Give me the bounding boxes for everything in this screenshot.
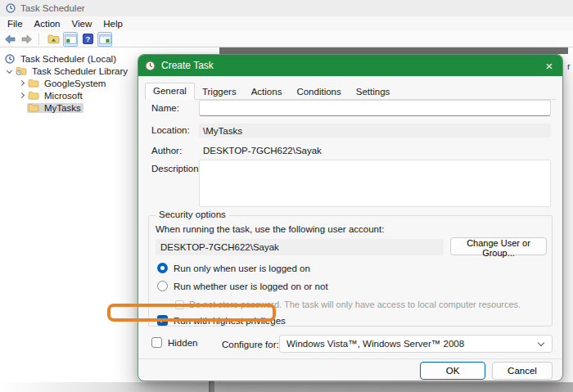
bottom-pane-divider: [209, 381, 214, 392]
dialog-title: Create Task: [161, 60, 214, 71]
chevron-right-icon[interactable]: [16, 93, 27, 97]
checkbox-disabled-icon: [175, 300, 184, 309]
chevron-right-icon[interactable]: [16, 81, 27, 85]
checkbox-hidden[interactable]: Hidden: [151, 337, 197, 348]
tree-item-label: Task Scheduler (Local): [18, 54, 119, 64]
author-label: Author:: [151, 146, 182, 155]
tab-settings[interactable]: Settings: [349, 84, 398, 100]
clock-icon: [3, 54, 16, 64]
tab-triggers[interactable]: Triggers: [195, 84, 244, 100]
window-titlebar: Task Scheduler: [0, 0, 573, 16]
action-pane-toggle-button[interactable]: [97, 32, 112, 47]
location-label: Location:: [151, 125, 190, 135]
security-options-group: Security options When running the task, …: [148, 215, 553, 327]
svg-text:?: ?: [85, 34, 90, 43]
tree-item-label: MyTasks: [42, 103, 83, 113]
security-options-label: Security options: [156, 210, 229, 219]
folder-icon: [27, 79, 39, 88]
folder-icon: [27, 103, 39, 112]
configure-for-dropdown[interactable]: Windows Vista™, Windows Server™ 2008: [279, 335, 553, 353]
console-tree-toggle-button[interactable]: [63, 32, 78, 47]
checkbox-run-highest-privileges[interactable]: ✓ Run with highest privileges: [157, 315, 286, 326]
description-label: Description:: [151, 164, 201, 173]
back-icon: [4, 34, 16, 44]
back-button[interactable]: [2, 32, 17, 47]
chevron-down-icon[interactable]: [4, 69, 15, 73]
radio-selected-icon[interactable]: [157, 263, 168, 273]
results-pane-top-edge: [219, 47, 568, 54]
create-task-clock-icon: [145, 61, 156, 71]
menu-help[interactable]: Help: [103, 17, 123, 30]
footer-divider: [138, 358, 562, 359]
toolbar-separator: [38, 34, 39, 45]
radio-run-whether-logged-on[interactable]: Run whether user is logged on or not: [157, 281, 328, 291]
configure-for-value: Windows Vista™, Windows Server™ 2008: [286, 339, 464, 349]
tab-conditions[interactable]: Conditions: [289, 84, 348, 100]
radio-unselected-icon[interactable]: [157, 281, 168, 291]
folder-clock-icon: [15, 66, 27, 75]
action-pane-icon: [99, 34, 111, 44]
account-value: DESKTOP-7GCH622\Sayak: [156, 239, 444, 255]
task-scheduler-clock-icon: [6, 3, 16, 13]
tab-general[interactable]: General: [145, 83, 195, 100]
name-input[interactable]: [199, 100, 551, 116]
dialog-tabs: General Triggers Actions Conditions Sett…: [145, 82, 556, 100]
author-value: DESKTOP-7GCH622\Sayak: [203, 146, 322, 155]
checkbox-do-not-store-password: Do not store password. The task will onl…: [175, 300, 521, 309]
tab-actions[interactable]: Actions: [244, 84, 290, 100]
task-scheduler-window: Task Scheduler File Action View Help: [0, 0, 573, 392]
toolbar: ?: [0, 31, 573, 47]
ok-button[interactable]: OK: [420, 362, 485, 380]
menu-file[interactable]: File: [7, 17, 23, 30]
dialog-titlebar[interactable]: Create Task ×: [138, 55, 562, 76]
background-text-fragment: r: [567, 61, 571, 71]
create-task-dialog: Create Task × General Triggers Actions C…: [138, 54, 563, 381]
chevron-down-icon: [538, 340, 544, 346]
help-button[interactable]: ?: [80, 32, 95, 47]
tree-item-label: Microsoft: [42, 91, 85, 101]
menu-view[interactable]: View: [72, 17, 92, 30]
name-label: Name:: [151, 103, 179, 113]
tree-item-label: Task Scheduler Library: [29, 66, 130, 76]
folder-icon: [27, 91, 39, 100]
window-title: Task Scheduler: [20, 3, 85, 13]
radio-run-only-logged-on[interactable]: Run only when user is logged on: [157, 263, 310, 273]
menu-action[interactable]: Action: [34, 17, 61, 30]
tree-item-label: GoogleSystem: [42, 79, 108, 88]
forward-button[interactable]: [20, 32, 34, 47]
up-one-level-button[interactable]: [46, 32, 61, 47]
account-prompt: When running the task, use the following…: [156, 224, 384, 234]
checkbox-checked-icon[interactable]: ✓: [157, 315, 168, 326]
console-tree-icon: [65, 34, 77, 44]
change-user-or-group-button[interactable]: Change User or Group...: [450, 237, 547, 255]
checkbox-unchecked-icon[interactable]: [151, 337, 162, 348]
cancel-button[interactable]: Cancel: [492, 362, 553, 380]
help-icon: ?: [83, 34, 93, 44]
menu-bar: File Action View Help: [0, 16, 573, 31]
description-input[interactable]: [199, 160, 551, 207]
bottom-pane-strip: [0, 382, 573, 392]
location-value: \MyTasks: [199, 124, 551, 137]
folder-up-icon: [47, 34, 60, 44]
close-icon[interactable]: ×: [536, 55, 562, 76]
configure-for-label: Configure for:: [222, 340, 279, 349]
forward-icon: [21, 34, 33, 44]
